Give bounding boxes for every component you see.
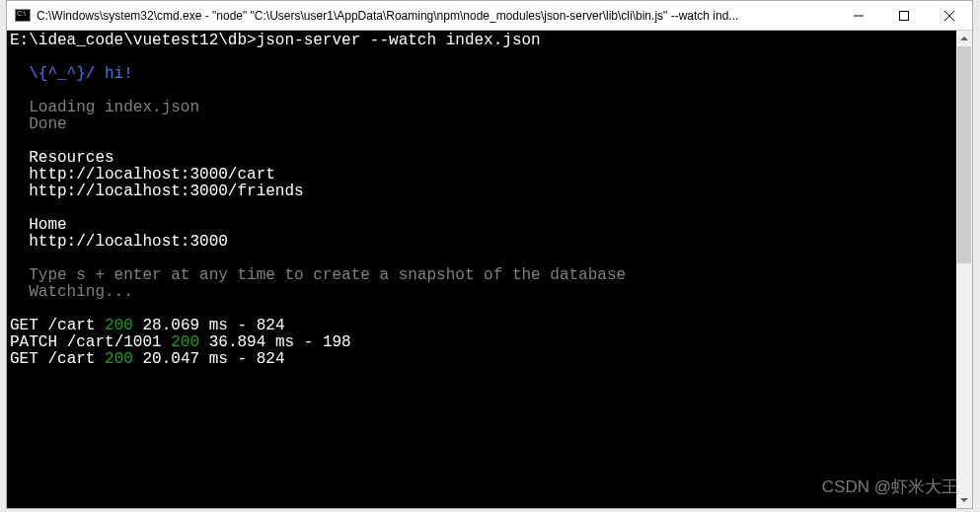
resource-url: http://localhost:3000/friends — [10, 183, 304, 200]
svg-marker-5 — [960, 498, 968, 502]
prompt-path: E:\idea_code\vuetest12\db> — [10, 32, 257, 49]
log-line: PATCH /cart/1001 200 36.894 ms - 198 — [10, 333, 351, 351]
resources-header: Resources — [10, 149, 114, 167]
log-line: GET /cart 200 20.047 ms - 824 — [10, 350, 285, 368]
home-header: Home — [10, 216, 67, 234]
svg-rect-1 — [900, 11, 909, 20]
scroll-up-button[interactable] — [956, 31, 972, 46]
log-line: GET /cart 200 28.069 ms - 824 — [10, 317, 285, 334]
cmd-icon — [15, 9, 31, 22]
scrollbar-thumb[interactable] — [957, 46, 971, 263]
scrollbar-track[interactable] — [956, 46, 972, 492]
done-line: Done — [10, 115, 67, 133]
watching-line: Watching... — [10, 283, 133, 301]
close-button[interactable] — [927, 1, 972, 30]
maximize-button[interactable] — [881, 1, 927, 30]
scroll-down-button[interactable] — [956, 492, 972, 508]
svg-marker-4 — [960, 37, 968, 40]
cmd-window: C:\Windows\system32\cmd.exe - "node" "C:… — [6, 0, 973, 509]
window-controls — [836, 1, 972, 30]
command-text: json-server --watch index.json — [257, 32, 541, 49]
tip-line: Type s + enter at any time to create a s… — [10, 266, 626, 284]
resource-url: http://localhost:3000/cart — [10, 166, 275, 183]
loading-line: Loading index.json — [10, 99, 199, 116]
minimize-button[interactable] — [836, 1, 881, 30]
terminal-output[interactable]: E:\idea_code\vuetest12\db>json-server --… — [7, 31, 956, 508]
vertical-scrollbar[interactable] — [956, 31, 972, 508]
home-url: http://localhost:3000 — [10, 233, 228, 251]
titlebar[interactable]: C:\Windows\system32\cmd.exe - "node" "C:… — [7, 1, 972, 31]
hi-line: \{^_^}/ hi! — [10, 65, 133, 83]
window-title: C:\Windows\system32\cmd.exe - "node" "C:… — [37, 9, 836, 23]
